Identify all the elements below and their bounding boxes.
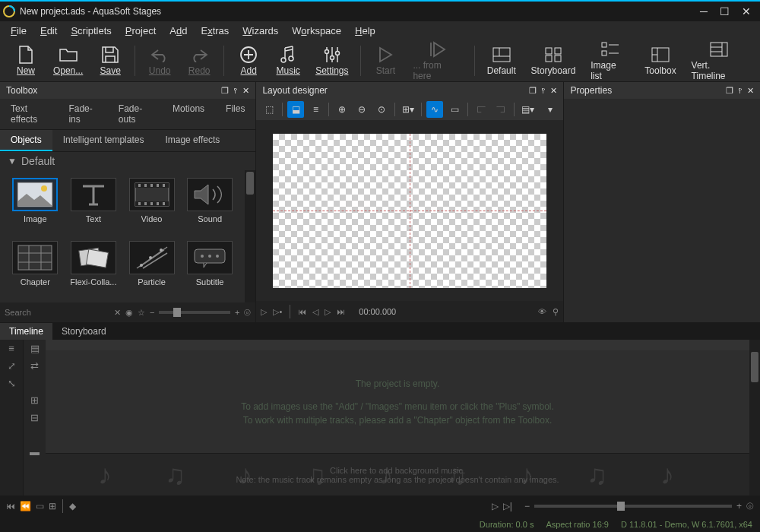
minimize-button[interactable]: ─: [700, 5, 708, 17]
toolbar-add[interactable]: Add: [233, 44, 264, 78]
zoom-fit-icon[interactable]: ⊙: [373, 101, 390, 118]
toolbox-search-input[interactable]: [5, 308, 109, 317]
obj-particle[interactable]: Particle: [124, 238, 179, 298]
obj-video[interactable]: Video: [124, 175, 179, 235]
tl-tracks-icon[interactable]: ▤: [30, 343, 40, 354]
tl-rows-icon[interactable]: ≡: [8, 343, 14, 354]
maximize-button[interactable]: ☐: [720, 5, 730, 17]
link-icon[interactable]: ⚲: [553, 307, 559, 317]
tt-zoom-out-icon[interactable]: −: [524, 501, 530, 511]
panel-close-icon[interactable]: ✕: [747, 86, 754, 96]
toolbar-start[interactable]: Start: [370, 44, 401, 78]
tl-collapse-icon[interactable]: ⤡: [8, 378, 16, 389]
grid-icon[interactable]: ⊞▾: [400, 101, 416, 118]
toolbar-toolbox[interactable]: Toolbox: [641, 44, 679, 78]
first-icon[interactable]: ⏮: [298, 307, 306, 316]
obj-text[interactable]: Text: [66, 175, 122, 235]
zoom-minus-icon[interactable]: −: [150, 308, 154, 317]
tt-zoom-fit-icon[interactable]: ⦾: [746, 501, 754, 511]
list-mode-icon[interactable]: ≡: [307, 101, 324, 118]
obj-subtitle[interactable]: Subtitle: [182, 238, 238, 298]
toolbar-redo[interactable]: Redo: [184, 44, 214, 78]
align-left-icon[interactable]: ⫍: [473, 101, 489, 118]
clear-icon[interactable]: ✕: [114, 308, 121, 318]
toolbox-group-header[interactable]: ▼Default: [0, 152, 255, 170]
panel-pin-icon[interactable]: ⫯: [738, 86, 743, 96]
play-here-icon[interactable]: ▷•: [273, 307, 282, 317]
select-tool-icon[interactable]: ⬚: [261, 101, 277, 118]
canvas[interactable]: [273, 134, 546, 288]
menu-extras[interactable]: Extras: [201, 25, 229, 36]
camera-tool-icon[interactable]: ▭: [446, 101, 463, 118]
tl-split-icon[interactable]: ⇄: [30, 360, 39, 372]
tab-fade-outs[interactable]: Fade-outs: [108, 99, 162, 129]
menu-wizards[interactable]: Wizards: [242, 25, 278, 36]
toolbar-vert-timeline[interactable]: Vert. Timeline: [689, 39, 749, 83]
obj-chapter[interactable]: Chapter: [8, 238, 63, 298]
timeline-scrollbar[interactable]: [749, 340, 760, 496]
toolbar-fromhere[interactable]: ... from here: [410, 39, 464, 83]
tt-first-icon[interactable]: ⏮: [6, 501, 15, 511]
menu-add[interactable]: Add: [169, 25, 187, 36]
menu-help[interactable]: Help: [355, 25, 375, 36]
prev-icon[interactable]: ◁: [312, 307, 318, 317]
tl-remove-track-icon[interactable]: ⊟: [30, 412, 39, 423]
more-icon[interactable]: ▾: [542, 101, 559, 118]
play-icon[interactable]: ▷: [261, 307, 267, 317]
tt-next-icon[interactable]: ▷|: [503, 501, 512, 511]
menu-project[interactable]: Project: [125, 25, 156, 36]
toolbar-save[interactable]: Save: [95, 44, 125, 78]
tab-storyboard[interactable]: Storyboard: [52, 323, 116, 340]
tt-grid-icon[interactable]: ⊞: [49, 501, 56, 511]
star-icon[interactable]: ☆: [138, 308, 145, 318]
obj-image[interactable]: Image: [8, 175, 63, 235]
panel-restore-icon[interactable]: ❐: [529, 86, 537, 96]
close-button[interactable]: ✕: [742, 5, 751, 17]
toolbar-undo[interactable]: Undo: [144, 44, 175, 78]
obj-sound[interactable]: Sound: [182, 175, 238, 235]
panel-restore-icon[interactable]: ❐: [221, 86, 229, 96]
toolbox-scrollbar[interactable]: [245, 170, 255, 302]
last-icon[interactable]: ⏭: [337, 307, 345, 316]
next-icon[interactable]: ▷: [325, 307, 331, 317]
tab-intelligent-templates[interactable]: Intelligent templates: [52, 130, 155, 151]
tab-timeline[interactable]: Timeline: [0, 323, 52, 340]
tl-add-track-icon[interactable]: ⊞: [30, 394, 39, 406]
tab-files[interactable]: Files: [215, 99, 255, 129]
timeline-music-track[interactable]: ♪ ♫ ♪ ♫ ♪ ♫ ♪ ♫ ♪ Click here to add back…: [46, 453, 749, 496]
toolbar-settings[interactable]: Settings: [312, 44, 351, 78]
menu-workspace[interactable]: Workspace: [292, 25, 341, 36]
panel-pin-icon[interactable]: ⫯: [541, 86, 546, 96]
obj-flexi-collage[interactable]: Flexi-Colla...: [66, 238, 122, 298]
panel-pin-icon[interactable]: ⫯: [233, 86, 238, 96]
toolbar-imagelist[interactable]: Image list: [587, 39, 632, 83]
panel-restore-icon[interactable]: ❐: [726, 86, 733, 96]
curve-tool-icon[interactable]: ∿: [426, 101, 443, 118]
selection-mode-icon[interactable]: ⬓: [287, 101, 304, 118]
tab-objects[interactable]: Objects: [0, 130, 52, 151]
panel-close-icon[interactable]: ✕: [242, 86, 249, 96]
timeline-zoom-slider[interactable]: [534, 505, 732, 508]
toolbar-new[interactable]: New: [11, 44, 41, 78]
layers-icon[interactable]: ▤▾: [519, 101, 536, 118]
tt-prev-range-icon[interactable]: ⏪: [20, 501, 31, 511]
tab-image-effects[interactable]: Image effects: [154, 130, 230, 151]
zoom-out-icon[interactable]: ⊖: [353, 101, 370, 118]
menu-edit[interactable]: Edit: [40, 25, 57, 36]
zoom-plus-icon[interactable]: +: [235, 308, 239, 317]
toolbar-storyboard[interactable]: Storyboard: [528, 44, 578, 78]
panel-close-icon[interactable]: ✕: [550, 86, 557, 96]
toolbox-zoom-slider[interactable]: [159, 311, 230, 314]
view-mode-icon[interactable]: 👁: [538, 307, 546, 316]
menu-scriptlets[interactable]: Scriptlets: [71, 25, 111, 36]
tl-fit-icon[interactable]: ⤢: [8, 360, 16, 372]
menu-file[interactable]: File: [11, 25, 27, 36]
toolbar-open[interactable]: Open...: [50, 44, 86, 78]
tab-text-effects[interactable]: Text effects: [0, 99, 58, 129]
timeline-ruler[interactable]: [46, 340, 749, 350]
tl-header-icon[interactable]: ▬: [30, 446, 40, 458]
toolbar-default[interactable]: Default: [484, 44, 519, 78]
tab-fade-ins[interactable]: Fade-ins: [58, 99, 107, 129]
toolbar-music[interactable]: Music: [273, 44, 303, 78]
tt-play-icon[interactable]: ▷: [492, 501, 499, 511]
